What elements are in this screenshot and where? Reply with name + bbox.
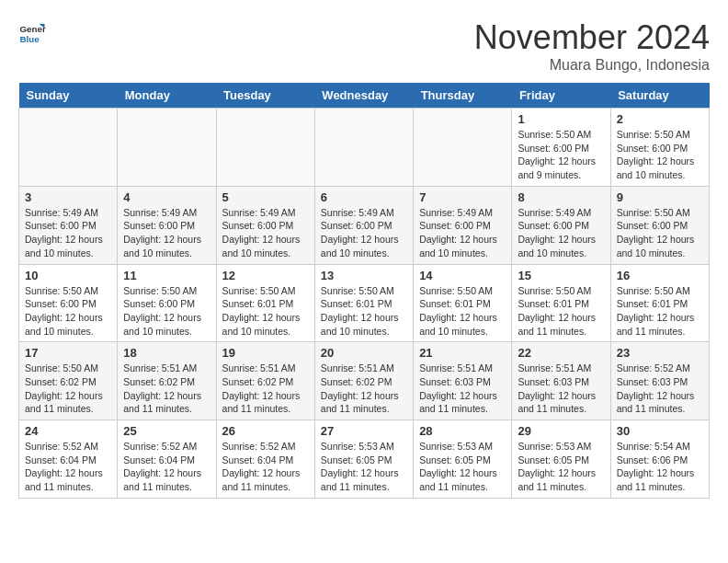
calendar-cell: 24Sunrise: 5:52 AM Sunset: 6:04 PM Dayli… — [19, 420, 118, 499]
day-number: 8 — [518, 190, 604, 204]
day-info: Sunrise: 5:53 AM Sunset: 6:05 PM Dayligh… — [419, 440, 506, 494]
calendar-cell: 13Sunrise: 5:50 AM Sunset: 6:01 PM Dayli… — [314, 264, 413, 342]
calendar-cell: 30Sunrise: 5:54 AM Sunset: 6:06 PM Dayli… — [610, 420, 709, 499]
calendar-cell — [216, 109, 314, 187]
weekday-header-wednesday: Wednesday — [314, 83, 413, 109]
day-number: 20 — [321, 346, 407, 360]
day-info: Sunrise: 5:51 AM Sunset: 6:02 PM Dayligh… — [321, 362, 407, 416]
calendar-cell: 17Sunrise: 5:50 AM Sunset: 6:02 PM Dayli… — [19, 342, 118, 420]
day-info: Sunrise: 5:50 AM Sunset: 6:00 PM Dayligh… — [25, 284, 111, 339]
day-number: 23 — [617, 346, 703, 360]
calendar-cell: 19Sunrise: 5:51 AM Sunset: 6:02 PM Dayli… — [216, 342, 314, 420]
day-info: Sunrise: 5:52 AM Sunset: 6:04 PM Dayligh… — [222, 440, 309, 494]
day-number: 19 — [222, 346, 309, 360]
title-section: November 2024 Muara Bungo, Indonesia — [474, 18, 710, 74]
calendar-cell: 15Sunrise: 5:50 AM Sunset: 6:01 PM Dayli… — [512, 264, 610, 342]
weekday-header-sunday: Sunday — [19, 83, 118, 109]
day-info: Sunrise: 5:50 AM Sunset: 6:00 PM Dayligh… — [617, 128, 703, 182]
day-info: Sunrise: 5:49 AM Sunset: 6:00 PM Dayligh… — [419, 206, 506, 260]
calendar-cell: 16Sunrise: 5:50 AM Sunset: 6:01 PM Dayli… — [610, 264, 709, 342]
day-info: Sunrise: 5:49 AM Sunset: 6:00 PM Dayligh… — [123, 206, 210, 260]
day-number: 12 — [222, 269, 309, 282]
location: Muara Bungo, Indonesia — [474, 57, 710, 74]
day-number: 9 — [617, 190, 703, 204]
calendar-cell: 14Sunrise: 5:50 AM Sunset: 6:01 PM Dayli… — [414, 264, 512, 342]
weekday-header-saturday: Saturday — [610, 83, 709, 109]
day-number: 22 — [518, 346, 604, 360]
calendar-cell — [19, 109, 118, 187]
calendar-cell: 22Sunrise: 5:51 AM Sunset: 6:03 PM Dayli… — [512, 342, 610, 420]
day-number: 21 — [419, 346, 506, 360]
day-number: 27 — [321, 424, 407, 438]
calendar-cell: 20Sunrise: 5:51 AM Sunset: 6:02 PM Dayli… — [314, 342, 413, 420]
week-row-2: 3Sunrise: 5:49 AM Sunset: 6:00 PM Daylig… — [19, 186, 710, 264]
calendar-cell — [414, 109, 512, 187]
calendar-cell: 26Sunrise: 5:52 AM Sunset: 6:04 PM Dayli… — [216, 420, 314, 499]
calendar-cell: 18Sunrise: 5:51 AM Sunset: 6:02 PM Dayli… — [118, 342, 216, 420]
calendar-cell: 29Sunrise: 5:53 AM Sunset: 6:05 PM Dayli… — [512, 420, 610, 499]
week-row-1: 1Sunrise: 5:50 AM Sunset: 6:00 PM Daylig… — [19, 109, 710, 187]
month-title: November 2024 — [474, 18, 710, 57]
day-number: 1 — [518, 112, 604, 126]
day-info: Sunrise: 5:49 AM Sunset: 6:00 PM Dayligh… — [25, 206, 111, 260]
day-number: 25 — [123, 424, 210, 438]
day-number: 26 — [222, 424, 309, 438]
day-number: 29 — [518, 424, 604, 438]
weekday-header-thursday: Thursday — [414, 83, 512, 109]
calendar-cell: 11Sunrise: 5:50 AM Sunset: 6:00 PM Dayli… — [118, 264, 216, 342]
day-info: Sunrise: 5:51 AM Sunset: 6:03 PM Dayligh… — [419, 362, 506, 416]
day-number: 24 — [25, 424, 111, 438]
calendar-cell: 2Sunrise: 5:50 AM Sunset: 6:00 PM Daylig… — [610, 109, 709, 187]
day-number: 5 — [222, 190, 309, 204]
day-info: Sunrise: 5:50 AM Sunset: 6:01 PM Dayligh… — [617, 284, 703, 339]
day-info: Sunrise: 5:51 AM Sunset: 6:02 PM Dayligh… — [222, 362, 309, 416]
day-number: 10 — [25, 269, 111, 282]
calendar-table: SundayMondayTuesdayWednesdayThursdayFrid… — [18, 83, 710, 499]
calendar-cell — [314, 109, 413, 187]
day-info: Sunrise: 5:49 AM Sunset: 6:00 PM Dayligh… — [321, 206, 407, 260]
calendar-cell: 5Sunrise: 5:49 AM Sunset: 6:00 PM Daylig… — [216, 186, 314, 264]
day-number: 4 — [123, 190, 210, 204]
day-number: 7 — [419, 190, 506, 204]
day-info: Sunrise: 5:49 AM Sunset: 6:00 PM Dayligh… — [518, 206, 604, 260]
calendar-cell: 9Sunrise: 5:50 AM Sunset: 6:00 PM Daylig… — [610, 186, 709, 264]
weekday-header-tuesday: Tuesday — [216, 83, 314, 109]
week-row-3: 10Sunrise: 5:50 AM Sunset: 6:00 PM Dayli… — [19, 264, 710, 342]
calendar-cell: 25Sunrise: 5:52 AM Sunset: 6:04 PM Dayli… — [118, 420, 216, 499]
svg-text:Blue: Blue — [20, 34, 40, 44]
week-row-4: 17Sunrise: 5:50 AM Sunset: 6:02 PM Dayli… — [19, 342, 710, 420]
day-info: Sunrise: 5:51 AM Sunset: 6:03 PM Dayligh… — [518, 362, 604, 416]
day-number: 2 — [617, 112, 703, 126]
day-number: 13 — [321, 269, 407, 282]
day-number: 30 — [617, 424, 703, 438]
calendar-cell: 27Sunrise: 5:53 AM Sunset: 6:05 PM Dayli… — [314, 420, 413, 499]
calendar-cell: 12Sunrise: 5:50 AM Sunset: 6:01 PM Dayli… — [216, 264, 314, 342]
day-info: Sunrise: 5:50 AM Sunset: 6:01 PM Dayligh… — [518, 284, 604, 339]
calendar-cell: 3Sunrise: 5:49 AM Sunset: 6:00 PM Daylig… — [19, 186, 118, 264]
day-info: Sunrise: 5:50 AM Sunset: 6:00 PM Dayligh… — [518, 128, 604, 182]
calendar-cell — [118, 109, 216, 187]
calendar-cell: 28Sunrise: 5:53 AM Sunset: 6:05 PM Dayli… — [414, 420, 512, 499]
day-info: Sunrise: 5:50 AM Sunset: 6:01 PM Dayligh… — [321, 284, 407, 339]
day-info: Sunrise: 5:53 AM Sunset: 6:05 PM Dayligh… — [518, 440, 604, 494]
day-number: 11 — [123, 269, 210, 282]
day-info: Sunrise: 5:52 AM Sunset: 6:04 PM Dayligh… — [123, 440, 210, 494]
calendar-cell: 6Sunrise: 5:49 AM Sunset: 6:00 PM Daylig… — [314, 186, 413, 264]
day-number: 16 — [617, 269, 703, 282]
weekday-header-friday: Friday — [512, 83, 610, 109]
day-number: 18 — [123, 346, 210, 360]
calendar-cell: 8Sunrise: 5:49 AM Sunset: 6:00 PM Daylig… — [512, 186, 610, 264]
day-info: Sunrise: 5:50 AM Sunset: 6:01 PM Dayligh… — [222, 284, 309, 339]
day-number: 17 — [25, 346, 111, 360]
day-info: Sunrise: 5:52 AM Sunset: 6:04 PM Dayligh… — [25, 440, 111, 494]
day-info: Sunrise: 5:50 AM Sunset: 6:01 PM Dayligh… — [419, 284, 506, 339]
day-info: Sunrise: 5:49 AM Sunset: 6:00 PM Dayligh… — [222, 206, 309, 260]
calendar-cell: 4Sunrise: 5:49 AM Sunset: 6:00 PM Daylig… — [118, 186, 216, 264]
calendar-cell: 1Sunrise: 5:50 AM Sunset: 6:00 PM Daylig… — [512, 109, 610, 187]
calendar-cell: 10Sunrise: 5:50 AM Sunset: 6:00 PM Dayli… — [19, 264, 118, 342]
page-header: General Blue November 2024 Muara Bungo, … — [18, 18, 710, 74]
day-info: Sunrise: 5:52 AM Sunset: 6:03 PM Dayligh… — [617, 362, 703, 416]
day-info: Sunrise: 5:53 AM Sunset: 6:05 PM Dayligh… — [321, 440, 407, 494]
weekday-header-row: SundayMondayTuesdayWednesdayThursdayFrid… — [19, 83, 710, 109]
day-info: Sunrise: 5:54 AM Sunset: 6:06 PM Dayligh… — [617, 440, 703, 494]
